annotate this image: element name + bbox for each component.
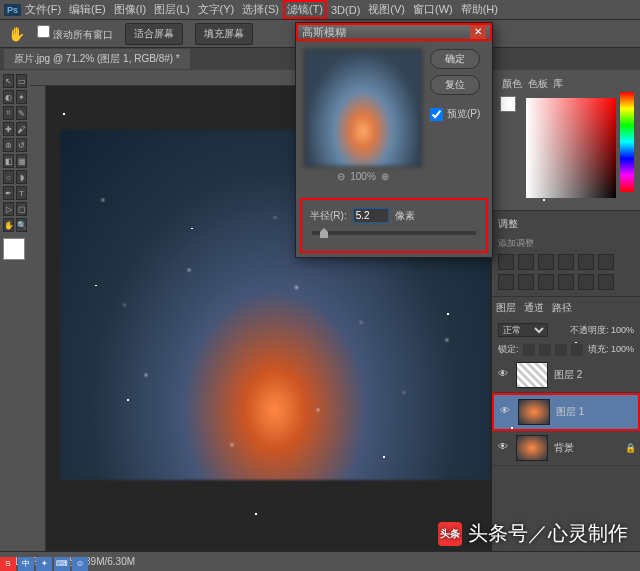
ok-button[interactable]: 确定 xyxy=(430,49,480,69)
layer-row-bg[interactable]: 👁背景🔒 xyxy=(492,431,640,466)
right-panels: 颜色 色板 库 调整 添加调整 图层通道路径 正常不透明度: 100% 锁定:填… xyxy=(492,70,640,551)
cancel-button[interactable]: 复位 xyxy=(430,75,480,95)
taskbar-icon-4[interactable]: ⌨ xyxy=(54,557,70,571)
close-icon[interactable]: ✕ xyxy=(470,25,486,39)
taskbar-icon-5[interactable]: ☺ xyxy=(72,557,88,571)
zoom-out-icon[interactable]: ⊖ xyxy=(337,171,345,182)
taskbar-icon-2[interactable]: 中 xyxy=(18,557,34,571)
radius-slider[interactable] xyxy=(312,231,476,235)
watermark: 头条 头条号／心灵制作 xyxy=(438,520,628,547)
preview-checkbox[interactable]: 预览(P) xyxy=(430,107,480,121)
dialog-title: 高斯模糊 xyxy=(302,25,346,40)
watermark-text: 头条号／心灵制作 xyxy=(468,520,628,547)
zoom-in-icon[interactable]: ⊕ xyxy=(381,171,389,182)
radius-param: 半径(R):像素 xyxy=(300,198,488,253)
zoom-value: 100% xyxy=(350,171,376,182)
radius-unit: 像素 xyxy=(395,209,415,223)
radius-input[interactable] xyxy=(353,208,389,223)
radius-label: 半径(R): xyxy=(310,209,347,223)
preview-image[interactable] xyxy=(304,49,422,167)
taskbar-icon-3[interactable]: ✦ xyxy=(36,557,52,571)
taskbar-icons: S 中 ✦ ⌨ ☺ xyxy=(0,557,88,571)
gaussian-blur-dialog: 高斯模糊 ✕ ⊖ 100% ⊕ 确定 复位 预览(P) 半径(R):像素 xyxy=(295,22,493,258)
taskbar-icon-1[interactable]: S xyxy=(0,557,16,571)
zoom-controls: ⊖ 100% ⊕ xyxy=(304,167,422,186)
dialog-titlebar[interactable]: 高斯模糊 ✕ xyxy=(296,23,492,41)
toutiao-logo-icon: 头条 xyxy=(438,522,462,546)
layers-panel: 图层通道路径 正常不透明度: 100% 锁定:填充: 100% 👁图层 2 👁图… xyxy=(492,296,640,551)
layer-thumbnail xyxy=(516,435,548,461)
